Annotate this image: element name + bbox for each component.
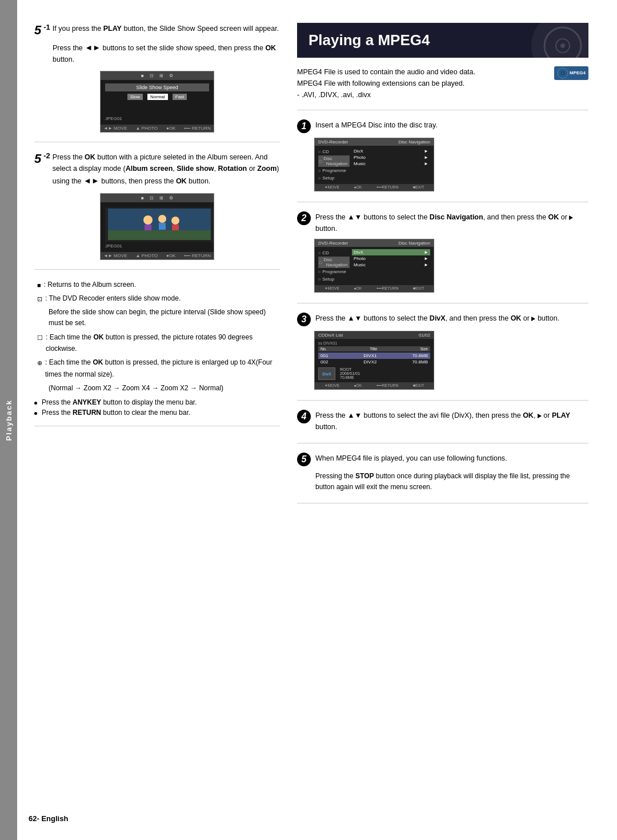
divx-footer-exit: ■EXIT: [413, 383, 424, 388]
dvd-screen-1-body: ○ CD □ Disc Navigation ○ Programme ○ Set…: [315, 146, 434, 184]
bullet-3: ☐ : Each time the OK button is pressed, …: [37, 331, 280, 355]
right-step-5-num: 5: [302, 454, 307, 465]
step-5-1-text: If you press the PLAY button, the Slide …: [53, 23, 279, 34]
svg-rect-5: [159, 223, 166, 230]
step-5-1: 5 -1 If you press the PLAY button, the S…: [34, 23, 280, 133]
icon2-return: ■: [141, 195, 144, 201]
screen-5-2: ■ ⊡ ⊞ ⚙: [100, 193, 214, 260]
screen-5-1-title: Slide Show Speed: [105, 83, 209, 91]
dvd-list-2: DivX ► Photo ► Music ►: [352, 249, 430, 283]
dvd-screen-2-body: ○ CD □ Disc Navigation ○ Programme ○ Set…: [315, 247, 434, 285]
right-step-5-subtext: Pressing the STOP button once during pla…: [297, 471, 588, 493]
dvd2-item-photo-arrow: ►: [424, 256, 428, 261]
divx-footer-move: ✦MOVE: [324, 383, 340, 388]
dvd2-list-photo: Photo ►: [352, 255, 430, 262]
right-step-4: 4 Press the ▲▼ buttons to select the avi…: [297, 410, 588, 433]
dvd-list-1: DivX ► Photo ► Music ►: [352, 148, 430, 182]
dvd-list-music: Music ►: [352, 161, 430, 167]
divx-footer-return: ⟵RETURN: [376, 383, 399, 388]
screen-5-1-filelabel: JPEG01: [105, 116, 209, 121]
right-step-2-header: 2 Press the ▲▼ buttons to select the Dis…: [297, 211, 588, 234]
divx-col-size: Size: [420, 347, 428, 351]
right-divider-5: [297, 503, 588, 503]
screen-5-2-footer: ◄► MOVE ▲ PHOTO ●OK ⟵ RETURN: [101, 252, 214, 259]
divx-file-header: No. Title Size: [318, 346, 430, 351]
dvd-footer-return-1: ⟵RETURN: [376, 185, 399, 190]
page-footer: 62- English: [29, 814, 68, 823]
intro-block: MPEG4 File is used to contain the audio …: [297, 66, 588, 101]
footer-return: ⟵ RETURN: [184, 126, 211, 131]
dvd-footer-exit-1: ■EXIT: [413, 185, 424, 190]
mpeg4-badge-text: MPEG4: [570, 70, 586, 75]
divx-body: ss DIVX01 No. Title Size 001 DIVX1 70.8M…: [315, 339, 434, 382]
dvd-footer-ok-2: ●OK: [354, 286, 362, 291]
divx-page-info: 01/02: [419, 333, 430, 338]
bullet-1-text: : Returns to the Album screen.: [44, 279, 136, 290]
svg-rect-1: [108, 230, 211, 240]
dvd-sidebar-setup: ○ Setup: [318, 174, 350, 182]
bullet-4-text: : Each time the OK button is pressed, th…: [45, 357, 280, 380]
footer-move: ◄► MOVE: [103, 126, 127, 131]
divx-header-right: DivX List: [325, 333, 343, 338]
dvd-screen-2: DVD-Recorder Disc Navigation ○ CD □ Disc…: [314, 239, 434, 293]
right-step-4-circle: 4: [297, 410, 311, 423]
dvd-screen-1-footer: ✦MOVE ●OK ⟵RETURN ■EXIT: [315, 184, 434, 191]
divx-col-title: Title: [370, 347, 377, 351]
divx-footer: ✦MOVE ●OK ⟵RETURN ■EXIT: [315, 382, 434, 389]
divx-row2-title: DIVX2: [363, 359, 376, 365]
footer-photo: ▲ PHOTO: [136, 126, 158, 131]
step-5-2-sub: -2: [43, 151, 50, 160]
divx-file-row-2: 002 DIVX2 70.8MB: [318, 359, 430, 365]
divider-3: [34, 426, 280, 426]
icon2-photo: ⊡: [150, 195, 154, 201]
screen-5-2-icons: ■ ⊡ ⊞ ⚙: [101, 194, 214, 202]
icon-rotate-bullet: ☐: [37, 333, 43, 343]
screen-5-1: ■ ⊡ ⊞ ⚙ Slide Show Speed Slow Normal Fas…: [100, 71, 214, 133]
left-column: 5 -1 If you press the PLAY button, the S…: [34, 23, 280, 817]
page-footer-text: 62- English: [29, 814, 68, 823]
dvd2-sidebar-prog: ○ Programme: [318, 268, 350, 275]
bullet-1: ■ : Returns to the Album screen.: [37, 279, 280, 291]
divx-footer-ok: ●OK: [354, 383, 362, 388]
divx-row1-num: 001: [320, 353, 328, 358]
divider-1: [34, 142, 280, 142]
step-5-2: 5 -2 Press the OK button with a picture …: [34, 151, 280, 259]
right-step-5-circle: 5: [297, 453, 311, 466]
step-5-1-header: 5 -1 If you press the PLAY button, the S…: [34, 23, 280, 38]
right-step-4-header: 4 Press the ▲▼ buttons to select the avi…: [297, 410, 588, 433]
press-anykey: Press the ANYKEY button to display the m…: [34, 398, 280, 406]
dvd-footer-ok-1: ●OK: [354, 185, 362, 190]
dvd-footer-exit-2: ■EXIT: [413, 286, 424, 291]
footer2-return: ⟵ RETURN: [184, 253, 211, 258]
speed-normal: Normal: [147, 94, 168, 100]
dvd2-sidebar-nav: □ Disc Navigation: [318, 257, 350, 268]
dvd-screen-2-header: DVD-Recorder Disc Navigation: [315, 239, 434, 247]
icon2-zoom: ⚙: [169, 195, 173, 201]
divx-info-size: 70.8MB: [340, 375, 360, 379]
right-step-3-num: 3: [302, 314, 307, 325]
svg-point-4: [158, 215, 166, 223]
footer2-move: ◄► MOVE: [103, 253, 127, 258]
press-items: Press the ANYKEY button to display the m…: [34, 398, 280, 417]
right-step-2: 2 Press the ▲▼ buttons to select the Dis…: [297, 211, 588, 293]
icon-return: ■: [141, 73, 144, 78]
footer2-photo: ▲ PHOTO: [136, 253, 158, 258]
right-step-1: 1 Insert a MPEG4 Disc into the disc tray…: [297, 119, 588, 191]
dvd-sidebar-prog: ○ Programme: [318, 167, 350, 174]
intro-line-3: - .AVI, .DIVX, .avi, .divx: [297, 89, 588, 101]
right-step-3-text: Press the ▲▼ buttons to select the DivX,…: [315, 313, 559, 324]
dvd-list-photo: Photo ►: [352, 154, 430, 161]
right-step-3-circle: 3: [297, 313, 311, 326]
bullet-list: ■ : Returns to the Album screen. ⊡ : The…: [34, 279, 280, 394]
screen-5-1-footer: ◄► MOVE ▲ PHOTO ●OK ⟵ RETURN: [101, 125, 214, 132]
press-dot-2: [34, 412, 37, 415]
divx-info-text: ROOT 2006/01/01 70.8MB: [340, 367, 360, 380]
dvd-item-photo-arrow: ►: [424, 155, 428, 160]
icon2-rotate: ⊞: [159, 195, 163, 201]
mpeg4-disc-icon: [557, 67, 568, 79]
icon-photo: ⊡: [150, 73, 154, 78]
right-step-2-num: 2: [302, 213, 307, 223]
svg-point-9: [556, 39, 570, 53]
divider-2: [34, 269, 280, 270]
bullet-2-subtext: Before the slide show can begin, the pic…: [37, 307, 280, 329]
